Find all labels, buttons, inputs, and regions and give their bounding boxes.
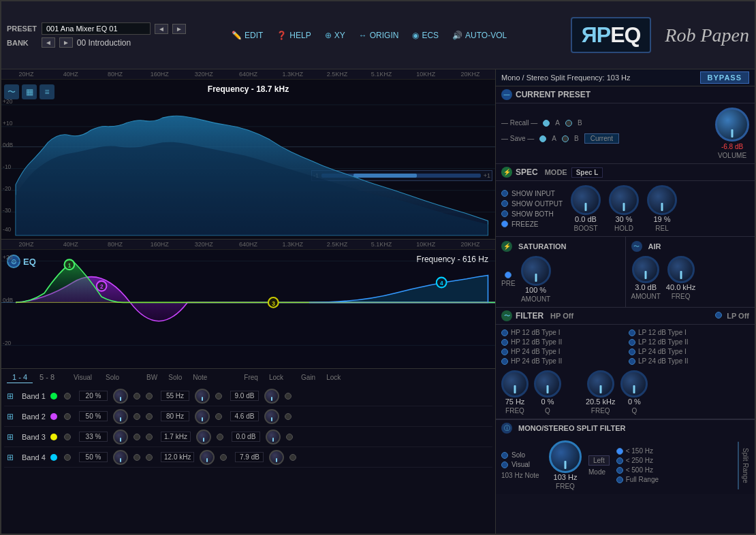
air-freq-knob[interactable] (667, 256, 695, 283)
split-left-button[interactable]: Left (588, 455, 610, 466)
volume-knob[interactable] (715, 108, 749, 142)
hp-type-1-indicator[interactable] (501, 329, 508, 336)
lp-freq-knob[interactable] (587, 370, 614, 398)
bank-prev-btn[interactable]: ◄ (42, 37, 55, 48)
band4-lock2-dot[interactable] (289, 454, 296, 461)
preset-input[interactable] (42, 22, 151, 35)
band4-bw-knob[interactable] (113, 450, 128, 465)
freeze-option[interactable]: FREEZE (501, 221, 563, 228)
lp-q-knob[interactable] (620, 370, 648, 398)
band4-visual-dot[interactable] (50, 454, 57, 461)
band2-gain-knob[interactable] (264, 409, 279, 424)
preset-prev-btn[interactable]: ◄ (155, 24, 168, 34)
band1-freq-knob[interactable] (195, 389, 210, 404)
autovol-button[interactable]: 🔊 AUTO-VOL (452, 31, 507, 40)
recall-a-radio[interactable] (543, 120, 550, 127)
band1-lock2-dot[interactable] (285, 393, 292, 400)
split-solo-option[interactable]: Solo (501, 451, 542, 459)
lp-type-4-indicator[interactable] (629, 358, 635, 365)
show-both-option[interactable]: SHOW BOTH (501, 210, 563, 218)
show-output-indicator[interactable] (501, 200, 508, 207)
origin-button[interactable]: ↔ ORIGIN (359, 31, 399, 40)
band-tab-1-4[interactable]: 1 - 4 (7, 372, 33, 383)
band2-note-dot[interactable] (146, 413, 153, 420)
band3-bw-knob[interactable] (113, 429, 128, 444)
band4-freq-knob[interactable] (200, 450, 215, 465)
band2-solo-dot[interactable] (64, 413, 71, 420)
hp-type-4-indicator[interactable] (501, 358, 508, 365)
recall-b-radio[interactable] (565, 120, 572, 127)
split-visual-indicator[interactable] (501, 461, 508, 468)
band2-lock2-dot[interactable] (285, 413, 292, 420)
show-input-indicator[interactable] (501, 190, 508, 197)
band1-solo-dot[interactable] (64, 393, 71, 400)
hp-type-4[interactable]: HP 24 dB Type II (501, 357, 622, 365)
ecs-button[interactable]: ◉ ECS (412, 31, 439, 40)
hp-type-3-indicator[interactable] (501, 348, 508, 355)
hp-type-2-indicator[interactable] (501, 339, 508, 346)
split-freq-opt-2[interactable]: < 250 Hz (616, 457, 731, 464)
split-freq-opt-2-indicator[interactable] (616, 457, 623, 464)
band2-freq-knob[interactable] (195, 409, 210, 424)
band1-visual-dot[interactable] (50, 393, 57, 400)
lp-type-3[interactable]: LP 24 dB Type I (629, 348, 749, 355)
hp-type-2[interactable]: HP 12 dB Type II (501, 338, 622, 346)
hp-type-3[interactable]: HP 24 dB Type I (501, 348, 622, 355)
rel-knob[interactable] (647, 185, 677, 215)
band2-bw-knob[interactable] (113, 409, 128, 424)
edit-button[interactable]: ✏️ EDIT (232, 31, 263, 40)
lp-indicator[interactable] (715, 312, 722, 319)
band4-bw-solo[interactable] (133, 454, 140, 461)
split-freq-opt-1-indicator[interactable] (616, 448, 623, 455)
bypass-button[interactable]: BYPASS (700, 71, 749, 84)
help-button[interactable]: ❓ HELP (277, 31, 311, 40)
band3-bw-solo[interactable] (133, 434, 140, 440)
band1-lock1-dot[interactable] (215, 393, 222, 400)
split-freq-opt-3-indicator[interactable] (616, 467, 623, 474)
split-freq-opt-1[interactable]: < 150 Hz (616, 447, 731, 455)
hp-freq-knob[interactable] (501, 370, 529, 398)
lp-type-3-indicator[interactable] (629, 348, 635, 355)
band1-bw-solo[interactable] (133, 393, 140, 400)
hp-type-1[interactable]: HP 12 dB Type I (501, 329, 622, 336)
xy-button[interactable]: ⊕ XY (325, 31, 345, 40)
band4-solo-dot[interactable] (64, 454, 71, 461)
show-input-option[interactable]: SHOW INPUT (501, 190, 563, 197)
band3-note-dot[interactable] (146, 434, 153, 440)
band2-visual-dot[interactable] (50, 413, 57, 420)
split-freq-opt-3[interactable]: < 500 Hz (616, 466, 731, 474)
band3-lock1-dot[interactable] (217, 434, 223, 440)
bank-next-btn[interactable]: ► (59, 37, 73, 48)
band3-solo-dot[interactable] (64, 434, 71, 440)
split-freq-knob[interactable] (549, 440, 582, 473)
band3-lock2-dot[interactable] (286, 434, 293, 440)
hold-knob[interactable] (609, 185, 639, 215)
band4-note-dot[interactable] (146, 454, 153, 461)
lp-type-2-indicator[interactable] (629, 339, 635, 346)
band2-lock1-dot[interactable] (215, 413, 222, 420)
band3-freq-knob[interactable] (196, 429, 211, 444)
freeze-indicator[interactable] (501, 221, 508, 227)
eq-svg[interactable]: +20 0dB -20 (1, 240, 495, 368)
save-a-radio[interactable] (539, 135, 546, 142)
band4-lock1-dot[interactable] (220, 454, 227, 461)
band1-gain-knob[interactable] (264, 389, 279, 404)
split-solo-indicator[interactable] (501, 452, 508, 459)
save-b-radio[interactable] (562, 135, 569, 142)
split-freq-opt-4-indicator[interactable] (616, 476, 623, 483)
lp-type-1-indicator[interactable] (629, 329, 635, 336)
band1-note-dot[interactable] (146, 393, 153, 400)
hp-q-knob[interactable] (534, 370, 561, 398)
band4-gain-knob[interactable] (269, 450, 284, 465)
air-amount-knob[interactable] (632, 256, 659, 283)
band2-bw-solo[interactable] (133, 413, 140, 420)
preset-next-btn[interactable]: ► (172, 24, 186, 34)
lp-type-2[interactable]: LP 12 dB Type II (629, 338, 749, 346)
band3-visual-dot[interactable] (50, 434, 57, 440)
split-visual-option[interactable]: Visual (501, 461, 542, 468)
band3-gain-knob[interactable] (266, 429, 281, 444)
boost-knob[interactable] (571, 185, 601, 215)
split-freq-opt-4[interactable]: Full Range (616, 476, 731, 483)
current-button[interactable]: Current (584, 133, 619, 144)
pre-indicator[interactable] (505, 272, 511, 278)
